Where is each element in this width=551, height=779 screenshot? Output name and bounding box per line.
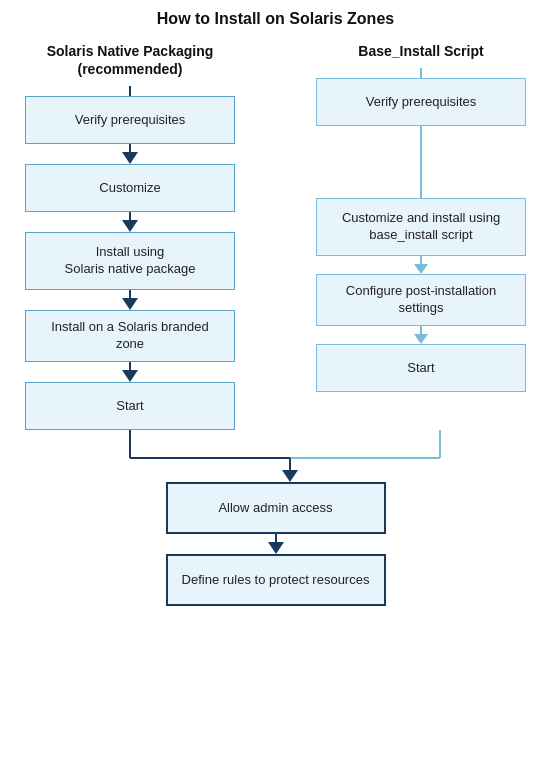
arrow-shared-1 xyxy=(268,542,284,554)
left-box-1: Verify prerequisites xyxy=(25,96,235,144)
left-box-3: Install usingSolaris native package xyxy=(25,232,235,290)
shared-box-2: Define rules to protect resources xyxy=(166,554,386,606)
line-left-3 xyxy=(129,290,131,298)
line-right-0 xyxy=(420,68,422,78)
right-box-3: Configure post-installation settings xyxy=(316,274,526,326)
line-left-1 xyxy=(129,144,131,152)
left-box-2: Customize xyxy=(25,164,235,212)
line-left-4 xyxy=(129,362,131,370)
arrow-right-2 xyxy=(414,264,428,274)
arrow-left-1 xyxy=(122,152,138,164)
line-right-gap xyxy=(420,126,422,198)
line-left-0 xyxy=(129,86,131,96)
line-right-2 xyxy=(420,256,422,264)
left-box-5: Start xyxy=(25,382,235,430)
svg-marker-5 xyxy=(282,470,298,482)
arrow-left-3 xyxy=(122,298,138,310)
left-box-4: Install on a Solaris branded zone xyxy=(25,310,235,362)
line-shared-1 xyxy=(275,534,277,542)
col-left-title: Solaris Native Packaging (recommended) xyxy=(10,42,250,78)
arrow-right-3 xyxy=(414,334,428,344)
merge-svg xyxy=(10,430,551,482)
line-right-3 xyxy=(420,326,422,334)
line-left-2 xyxy=(129,212,131,220)
right-box-4: Start xyxy=(316,344,526,392)
right-box-1: Verify prerequisites xyxy=(316,78,526,126)
arrow-left-4 xyxy=(122,370,138,382)
page-title: How to Install on Solaris Zones xyxy=(10,10,541,28)
arrow-left-2 xyxy=(122,220,138,232)
shared-box-1: Allow admin access xyxy=(166,482,386,534)
col-right-title: Base_Install Script xyxy=(358,42,483,60)
right-box-2: Customize and install usingbase_install … xyxy=(316,198,526,256)
